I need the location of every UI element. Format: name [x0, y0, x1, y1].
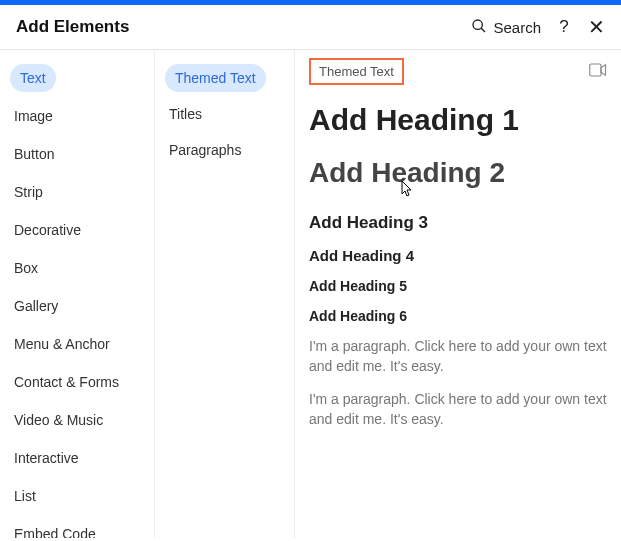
category-decorative[interactable]: Decorative	[10, 216, 144, 244]
panel-title: Add Elements	[16, 17, 129, 37]
cursor-icon	[399, 175, 415, 207]
preview-heading-4[interactable]: Add Heading 4	[309, 247, 607, 264]
breadcrumb: Themed Text	[309, 58, 404, 85]
close-button[interactable]: ✕	[587, 18, 605, 36]
svg-line-1	[481, 28, 485, 32]
subcategory-list: Themed Text Titles Paragraphs	[155, 50, 295, 538]
category-box[interactable]: Box	[10, 254, 144, 282]
category-text[interactable]: Text	[10, 64, 56, 92]
preview-heading-6[interactable]: Add Heading 6	[309, 308, 607, 324]
breadcrumb-row: Themed Text	[309, 58, 607, 85]
preview-heading-3[interactable]: Add Heading 3	[309, 213, 607, 233]
svg-point-0	[473, 20, 482, 29]
category-list: Text Image Button Strip Decorative Box G…	[0, 50, 155, 538]
category-interactive[interactable]: Interactive	[10, 444, 144, 472]
search-button[interactable]: Search	[471, 18, 541, 37]
svg-rect-2	[590, 64, 601, 76]
category-strip[interactable]: Strip	[10, 178, 144, 206]
preview-paragraph-1[interactable]: I'm a paragraph. Click here to add your …	[309, 336, 607, 377]
subcategory-themed-text[interactable]: Themed Text	[165, 64, 266, 92]
search-icon	[471, 18, 487, 37]
subcategory-paragraphs[interactable]: Paragraphs	[165, 136, 284, 164]
category-video-music[interactable]: Video & Music	[10, 406, 144, 434]
preview-heading-2[interactable]: Add Heading 2	[309, 157, 607, 189]
category-button[interactable]: Button	[10, 140, 144, 168]
panel-header: Add Elements Search ? ✕	[0, 5, 621, 50]
category-menu-anchor[interactable]: Menu & Anchor	[10, 330, 144, 358]
video-tutorial-icon[interactable]	[589, 63, 607, 81]
preview-pane: Themed Text Add Heading 1 Add Heading 2 …	[295, 50, 621, 538]
category-image[interactable]: Image	[10, 102, 144, 130]
preview-heading-1[interactable]: Add Heading 1	[309, 103, 607, 137]
panel-body: Text Image Button Strip Decorative Box G…	[0, 50, 621, 538]
help-button[interactable]: ?	[555, 17, 573, 37]
category-gallery[interactable]: Gallery	[10, 292, 144, 320]
header-actions: Search ? ✕	[471, 17, 605, 37]
preview-heading-5[interactable]: Add Heading 5	[309, 278, 607, 294]
subcategory-titles[interactable]: Titles	[165, 100, 284, 128]
preview-paragraph-2[interactable]: I'm a paragraph. Click here to add your …	[309, 389, 607, 430]
category-embed-code[interactable]: Embed Code	[10, 520, 144, 538]
category-contact-forms[interactable]: Contact & Forms	[10, 368, 144, 396]
search-label: Search	[493, 19, 541, 36]
category-list[interactable]: List	[10, 482, 144, 510]
